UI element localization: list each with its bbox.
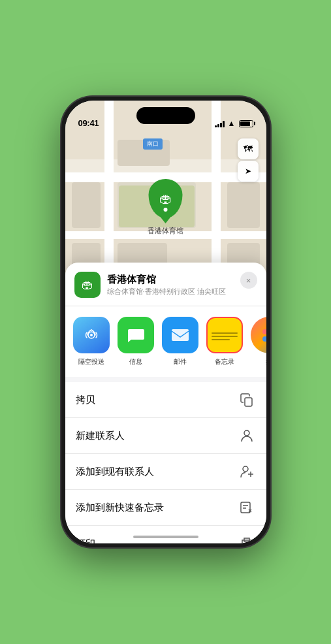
venue-name: 香港体育馆 <box>107 274 257 285</box>
share-apps-row: 隔空投送 信息 <box>65 306 266 382</box>
status-time: 09:41 <box>78 118 99 128</box>
dynamic-island <box>136 107 195 124</box>
print-icon <box>238 534 256 543</box>
person-icon <box>238 427 256 445</box>
action-list: 拷贝 新建联系人 <box>65 382 266 543</box>
wifi-icon: ▲ <box>228 119 236 128</box>
home-indicator <box>133 536 198 538</box>
map-type-button[interactable]: 🗺 <box>238 138 259 159</box>
stadium-icon: 🏟 <box>159 192 172 205</box>
more-label: 提 <box>266 357 266 366</box>
action-print[interactable]: 打印 <box>65 526 266 543</box>
note-icon <box>238 498 256 517</box>
share-app-airdrop[interactable]: 隔空投送 <box>72 317 111 366</box>
venue-info: 香港体育馆 综合体育馆·香港特别行政区 油尖旺区 <box>107 274 257 296</box>
battery-icon <box>239 120 253 127</box>
signal-icon <box>215 120 225 127</box>
pin-shape: 🏟 <box>149 179 183 218</box>
phone-screen: 09:41 ▲ <box>65 101 266 543</box>
location-button[interactable]: ➤ <box>238 161 259 182</box>
airdrop-icon <box>73 317 110 353</box>
pin-label: 香港体育馆 <box>148 226 183 236</box>
svg-rect-8 <box>241 502 250 513</box>
action-quick-note[interactable]: 添加到新快速备忘录 <box>65 490 266 526</box>
action-copy[interactable]: 拷贝 <box>65 382 266 418</box>
venue-header: 🏟 香港体育馆 综合体育馆·香港特别行政区 油尖旺区 × <box>65 263 266 306</box>
venue-logo-icon: 🏟 <box>82 278 93 292</box>
svg-rect-3 <box>245 398 252 406</box>
svg-point-4 <box>244 430 249 436</box>
svg-point-13 <box>250 542 251 543</box>
status-icons: ▲ <box>215 119 253 128</box>
venue-subtitle: 综合体育馆·香港特别行政区 油尖旺区 <box>107 287 257 296</box>
share-app-notes[interactable]: 备忘录 <box>205 317 244 366</box>
svg-point-5 <box>243 466 248 472</box>
phone-frame: 09:41 ▲ <box>61 97 270 547</box>
messages-label: 信息 <box>129 357 142 366</box>
more-icon <box>251 317 266 353</box>
notes-icon <box>206 317 243 353</box>
action-print-label: 打印 <box>76 538 95 544</box>
messages-icon <box>118 317 154 353</box>
bottom-sheet: 🏟 香港体育馆 综合体育馆·香港特别行政区 油尖旺区 × <box>65 263 266 543</box>
svg-point-1 <box>90 334 93 336</box>
airdrop-label: 隔空投送 <box>78 357 104 366</box>
notes-label: 备忘录 <box>215 357 234 366</box>
action-copy-label: 拷贝 <box>76 394 95 406</box>
map-controls: 🗺 ➤ <box>238 138 259 182</box>
location-pin: 🏟 香港体育馆 <box>148 179 183 236</box>
action-new-contact[interactable]: 新建联系人 <box>65 418 266 454</box>
venue-logo: 🏟 <box>74 272 101 298</box>
map-label: 南口 <box>143 138 163 150</box>
share-app-messages[interactable]: 信息 <box>116 317 155 366</box>
action-quick-note-label: 添加到新快速备忘录 <box>76 502 164 514</box>
mail-icon <box>162 317 198 353</box>
share-app-more[interactable]: 提 <box>249 317 266 366</box>
close-button[interactable]: × <box>240 272 257 289</box>
action-add-contact[interactable]: 添加到现有联系人 <box>65 454 266 490</box>
action-new-contact-label: 新建联系人 <box>76 430 125 442</box>
copy-icon <box>238 391 256 409</box>
mail-label: 邮件 <box>174 357 187 366</box>
action-add-contact-label: 添加到现有联系人 <box>76 466 154 478</box>
person-add-icon <box>238 462 256 481</box>
svg-rect-2 <box>172 329 189 341</box>
share-app-mail[interactable]: 邮件 <box>161 317 200 366</box>
